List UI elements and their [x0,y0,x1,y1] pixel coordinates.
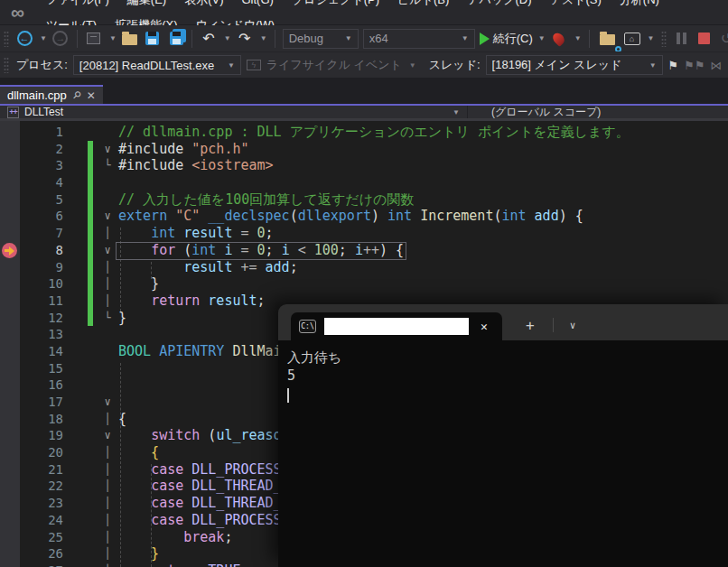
code-text: { [118,411,126,428]
fold-marker[interactable]: │ [97,293,118,310]
new-item-dropdown[interactable]: ▼ [109,34,117,42]
vs-window: ∞ ファイル(F)編集(E)表示(V)Git(G)プロジェクト(P)ビルド(B)… [0,0,728,567]
new-terminal-tab-button[interactable]: + [526,317,535,334]
menu-item[interactable]: 分析(N) [611,0,668,6]
platform-combo[interactable]: x64▼ [363,29,475,49]
menu-item[interactable]: 表示(V) [175,0,232,6]
terminal-dropdown-button[interactable]: ∨ [570,320,576,331]
fold-marker[interactable]: └ [97,157,118,174]
flag-icon[interactable]: ⚑ [668,59,679,72]
toolbar-grip[interactable] [4,31,9,47]
menu-item[interactable]: 編集(E) [118,0,175,6]
code-line: 9│ result += add; [0,259,728,276]
fold-marker[interactable]: │ [97,529,118,546]
redo-button[interactable]: ↷ [236,28,254,50]
fold-marker[interactable]: ∨ [97,427,118,444]
thread-label: スレッド: [429,57,481,73]
flag-group-icon[interactable]: ⚑⚑ [684,59,705,72]
current-statement-arrow-icon[interactable] [2,243,17,258]
menu-bar: ∞ ファイル(F)編集(E)表示(V)Git(G)プロジェクト(P)ビルド(B)… [0,0,728,25]
hot-reload-button[interactable] [550,28,568,50]
thread-combo[interactable]: [18196] メイン スレッド▼ [486,55,663,75]
fold-marker[interactable]: │ [97,512,118,529]
fold-marker[interactable]: ∨ [97,208,118,225]
toolbar-grip2[interactable] [661,31,667,47]
save-all-button[interactable] [166,28,184,50]
close-icon[interactable]: ✕ [87,89,96,102]
line-number: 23 [0,495,63,512]
fold-marker[interactable]: │ [97,444,118,461]
code-line: 6∨extern "C" __declspec(dllexport) int I… [0,208,728,225]
lifecycle-dropdown[interactable]: ▼ [409,61,416,70]
menu-item[interactable]: テスト(S) [541,0,611,6]
find-in-files-button[interactable] [597,28,619,50]
fold-marker[interactable]: │ [97,259,118,276]
terminal-tab[interactable]: C:\ ✕ [291,312,502,340]
fold-marker[interactable] [97,376,118,394]
debugbar-grip[interactable] [4,57,9,73]
fold-marker[interactable]: │ [97,275,118,293]
menu-item[interactable]: ビルド(B) [388,0,458,6]
fold-marker[interactable]: ∨ [97,394,118,411]
project-scope-combo[interactable]: ++ DLLTest ▼ [0,106,468,118]
restart-button[interactable]: ↺ [718,28,728,50]
stop-debugging-button[interactable] [695,28,714,50]
fold-marker[interactable] [97,343,118,360]
fold-marker[interactable] [97,191,118,209]
solution-config-combo[interactable]: Debug▼ [283,29,359,49]
navigate-forward-button[interactable]: → [51,28,70,50]
undo-button[interactable]: ↶ [200,28,218,50]
terminal-tab-close-icon[interactable]: ✕ [481,320,488,333]
undo-dropdown[interactable]: ▼ [224,34,231,42]
redo-dropdown[interactable]: ▼ [260,34,267,42]
fold-marker[interactable] [97,124,118,141]
break-all-button[interactable] [673,28,691,50]
fold-marker[interactable]: │ [97,495,118,512]
fold-marker[interactable]: └ [97,562,118,567]
fold-marker[interactable]: │ [97,545,118,562]
menu-item[interactable]: デバッグ(D) [458,0,540,6]
standard-toolbar: ← ▼ → ▼ ↶ ▼ ↷ ▼ Debug▼ x64▼ 続行(C) ▼ ▼ ⌂ … [0,25,728,51]
tab-dllmain-cpp[interactable]: dllmain.cpp ⚲ ✕ [0,85,103,104]
line-number: 6 [0,208,63,225]
tab-rename-input[interactable] [324,318,469,335]
parallel-stacks-icon[interactable]: ⋈ [711,59,723,72]
fold-marker[interactable]: ∨ [97,141,118,158]
code-text: } [118,275,159,293]
fold-marker[interactable] [97,360,118,377]
code-text: return result; [118,293,266,310]
fold-marker[interactable]: │ [97,461,118,479]
fold-marker[interactable]: └ [97,310,118,327]
fold-marker[interactable] [97,326,118,343]
line-number: 1 [0,124,63,141]
show-all-windows-dropdown[interactable]: ▼ [648,34,655,42]
menu-item[interactable]: プロジェクト(P) [283,0,388,6]
menu-item[interactable]: ファイル(F) [37,0,118,6]
menu-item[interactable]: Git(G) [233,0,283,6]
fold-marker[interactable]: │ [97,225,118,242]
fold-marker[interactable]: │ [97,478,118,495]
current-statement-box [116,242,406,260]
terminal-output[interactable]: 入力待ち 5 [278,340,728,567]
code-line: 2∨#include "pch.h" [0,141,728,158]
continue-button[interactable]: 続行(C) ▼ [480,28,546,50]
lifecycle-events-label[interactable]: ライフサイクル イベント [266,57,402,73]
scope-combo[interactable]: (グローバル スコープ) [468,105,601,120]
console-window[interactable]: C:\ ✕ + ∨ 入力待ち 5 [278,304,728,567]
navigate-back-button[interactable]: ← [15,28,33,50]
open-file-button[interactable] [121,28,139,50]
code-text: int result = 0; [118,225,274,242]
code-text: { [118,444,159,461]
navigate-back-dropdown[interactable]: ▼ [40,34,47,42]
terminal-tab-bar: C:\ ✕ + ∨ [278,304,728,340]
pin-icon[interactable]: ⚲ [70,88,83,102]
hot-reload-dropdown[interactable]: ▼ [574,34,582,42]
process-combo[interactable]: [20812] ReadDLLTest.exe▼ [73,55,241,75]
save-button[interactable] [144,28,162,50]
show-all-windows-button[interactable]: ⌂ [623,28,641,50]
fold-marker[interactable] [97,174,118,191]
line-number: 3 [0,157,63,174]
fold-marker[interactable]: │ [97,411,118,428]
cpp-project-icon: ++ [7,107,19,118]
new-item-button[interactable] [85,28,103,50]
